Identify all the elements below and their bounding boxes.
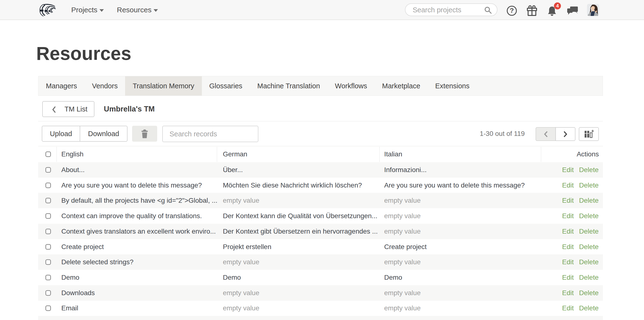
- svg-text:?: ?: [510, 7, 514, 14]
